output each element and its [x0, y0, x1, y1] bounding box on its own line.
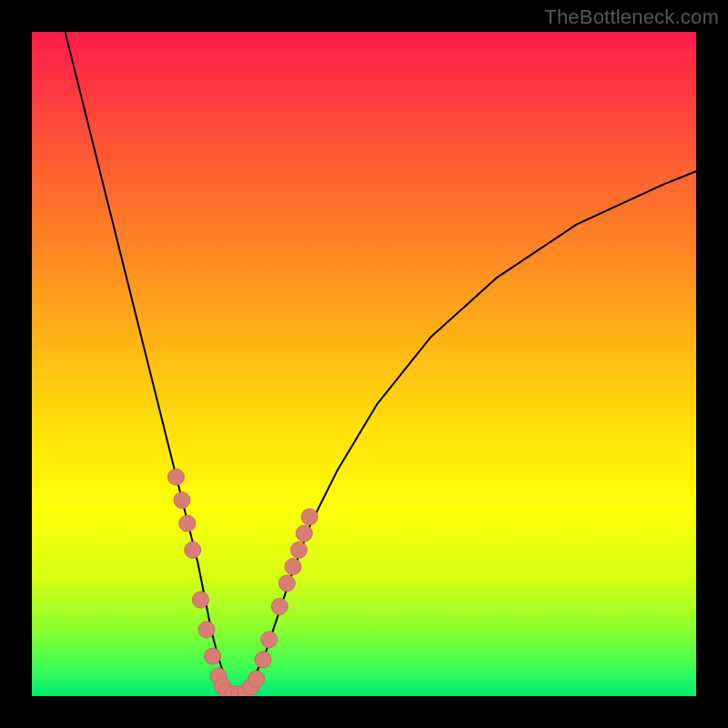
bottleneck-curve [66, 32, 697, 694]
marker-right [271, 598, 288, 614]
watermark-text: TheBottleneck.com [544, 5, 719, 29]
marker-right [290, 541, 307, 558]
marker-left [192, 592, 208, 608]
marker-right [285, 559, 301, 575]
marker-left [174, 492, 190, 509]
marker-left [205, 648, 221, 664]
marker-right [301, 509, 318, 525]
marker-left [198, 622, 215, 638]
marker-bottom [248, 671, 265, 687]
marker-right [278, 575, 295, 592]
marker-left [167, 469, 184, 485]
plot-area [32, 32, 696, 696]
marker-right [261, 632, 278, 648]
marker-right [296, 525, 312, 541]
marker-left [185, 541, 201, 558]
marker-left [179, 515, 196, 531]
marker-right [255, 652, 271, 668]
chart-frame: TheBottleneck.com [0, 0, 728, 728]
chart-svg [32, 32, 696, 696]
